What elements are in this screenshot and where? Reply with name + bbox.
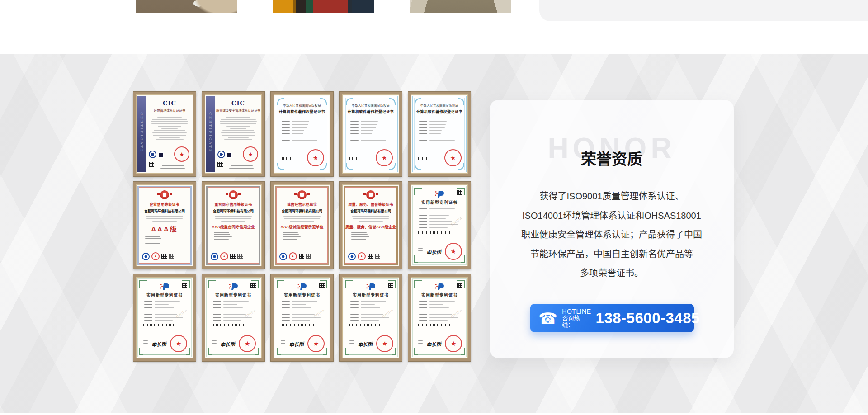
text-line [283, 234, 299, 235]
registration-number [349, 165, 359, 165]
text-line [351, 234, 368, 235]
certificate-border: 实用新型专利证书申长雨★CNIPA [344, 278, 398, 357]
text-line [418, 340, 423, 341]
certificate-credit[interactable]: 诚信经营示范单位合肥珂玛环保科技有限公司AAA级诚信经营示范单位★ [271, 182, 333, 269]
field-value [429, 215, 449, 216]
field-row [282, 130, 322, 131]
text-line [349, 340, 354, 341]
signer-title [418, 247, 423, 253]
certificate-title: 环境管理体系认证证书 [147, 108, 192, 113]
field-value [292, 311, 308, 311]
field-label [282, 314, 290, 315]
certificate-copyright[interactable]: 中华人民共和国国家版权局计算机软件著作权登记证书★ [271, 92, 333, 176]
certificate-title: 实用新型专利证书 [344, 292, 397, 298]
field-row [282, 304, 322, 305]
project-photo-card-1[interactable] [128, 0, 245, 19]
credit-medal-icon [366, 190, 375, 199]
field-label [419, 215, 427, 216]
certificate-cic[interactable]: CERTIFICATECIC环境管理体系认证证书★ [133, 92, 196, 176]
text-line [224, 139, 252, 140]
certificate-seals-row: ★ [142, 252, 187, 260]
red-star-seal: ★ [151, 252, 160, 260]
certificate-patent[interactable]: 实用新型专利证书申长雨★CNIPA [271, 274, 333, 361]
field-row [282, 320, 322, 321]
field-row [282, 137, 322, 137]
field-row [419, 304, 460, 305]
text-line [145, 241, 163, 241]
certificate-border: 实用新型专利证书申长雨★CNIPA [275, 278, 329, 357]
certificate-credit[interactable]: 质量、服务、信誉等级证书合肥珂玛环保科技有限公司质量、服务、信誉AAA级企业★ [340, 182, 402, 269]
field-value [292, 140, 317, 141]
field-value [223, 314, 246, 315]
qr-code [169, 254, 174, 259]
certificate-border: 企业信用等级证书合肥珂玛环保科技有限公司AAA级★ [137, 186, 192, 265]
field-label [144, 311, 152, 311]
field-label [419, 124, 427, 125]
field-row [350, 130, 391, 131]
field-value [223, 307, 243, 308]
field-row [419, 311, 460, 311]
certificate-body-text [218, 115, 258, 141]
field-row [282, 124, 322, 125]
field-label [350, 130, 359, 131]
field-row [144, 320, 185, 321]
field-value [292, 124, 308, 125]
company-name: 合肥珂玛环保科技有限公司 [276, 208, 328, 213]
certificate-patent[interactable]: 实用新型专利证书申长雨★CNIPA [408, 182, 471, 269]
certificate-copyright[interactable]: 中华人民共和国国家版权局计算机软件著作权登记证书★ [408, 92, 471, 176]
field-value [429, 130, 442, 131]
certificate-patent[interactable]: 实用新型专利证书申长雨★CNIPA [340, 274, 402, 361]
text-line [226, 117, 251, 118]
accreditation-mark-icon [226, 152, 232, 158]
certificate-credit[interactable]: 重合同守信用等级证书合肥珂玛环保科技有限公司AAA级重合同守信用企业★ [202, 182, 264, 269]
hotline-button[interactable]: ☎ HOTLINE 咨询热线： 138-5600-3485 [530, 304, 694, 332]
certificate-seals-row: ★ [211, 252, 256, 260]
text-line [418, 343, 423, 344]
qr-code [250, 283, 256, 288]
field-row [350, 140, 391, 141]
certificate-border: 实用新型专利证书申长雨★CNIPA [137, 278, 192, 357]
crane-truck-site-photo [273, 0, 374, 13]
field-row [350, 127, 391, 128]
field-label [282, 311, 290, 311]
field-value [361, 118, 384, 118]
text-line [353, 218, 388, 219]
certificate-border: 质量、服务、信誉等级证书合肥珂玛环保科技有限公司质量、服务、信誉AAA级企业★ [344, 186, 398, 265]
certificate-patent[interactable]: 实用新型专利证书申长雨★CNIPA [133, 274, 196, 361]
qr-code [217, 162, 223, 167]
corner-flourish [458, 98, 464, 105]
certificate-side-band: CERTIFICATE [206, 96, 215, 172]
project-photo-card-2[interactable] [265, 0, 382, 19]
corner-flourish [277, 280, 284, 288]
field-label [350, 304, 359, 305]
qr-code [388, 283, 393, 288]
certificate-copyright[interactable]: 中华人民共和国国家版权局计算机软件著作权登记证书★ [340, 92, 402, 176]
field-label [282, 320, 290, 321]
field-value [361, 311, 377, 311]
text-line [146, 216, 184, 217]
certificate-credit[interactable]: 企业信用等级证书合肥珂玛环保科技有限公司AAA级★ [133, 182, 196, 269]
cic-logo: CIC [148, 100, 191, 107]
project-photo-card-3[interactable] [402, 0, 519, 19]
barcode [212, 324, 245, 326]
certificate-patent[interactable]: 实用新型专利证书申长雨★CNIPA [202, 274, 264, 361]
field-row [144, 311, 185, 311]
field-value [429, 320, 448, 321]
certificate-dates [214, 232, 253, 240]
field-value [361, 307, 380, 308]
text-line [154, 130, 185, 131]
field-row [419, 301, 460, 302]
certificate-paper: 诚信经营示范单位合肥珂玛环保科技有限公司AAA级诚信经营示范单位★ [274, 184, 330, 266]
field-label [282, 304, 290, 305]
corner-flourish [346, 98, 353, 105]
barcode [349, 324, 382, 326]
credit-medal-icon [229, 190, 238, 199]
certificate-title: 计算机软件著作权登记证书 [344, 109, 397, 114]
certificate-patent[interactable]: 实用新型专利证书申长雨★CNIPA [408, 274, 471, 361]
field-value [292, 314, 315, 315]
field-label [419, 133, 427, 134]
field-label [350, 311, 359, 311]
green-footer-line [143, 354, 186, 355]
certificate-cic[interactable]: CERTIFICATECIC职业健康安全管理体系认证证书★ [202, 92, 264, 176]
certificate-seals-row: ★ [348, 252, 393, 260]
